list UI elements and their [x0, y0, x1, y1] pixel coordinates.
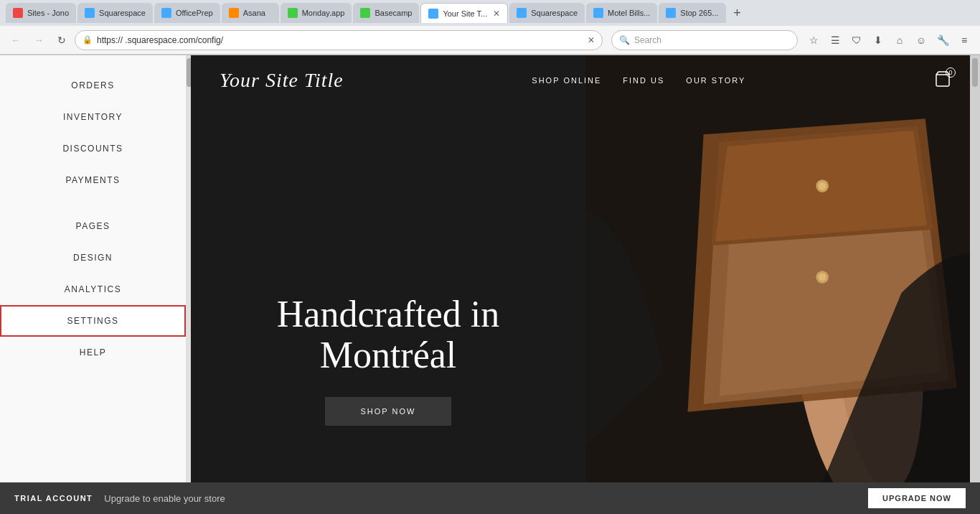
- tab-10[interactable]: Stop 265...: [659, 3, 725, 23]
- tab-favicon-2: [85, 8, 95, 18]
- tab-favicon-10: [666, 8, 676, 18]
- new-tab-button[interactable]: +: [727, 3, 748, 23]
- sidebar-item-pages[interactable]: PAGES: [0, 210, 186, 242]
- sidebar-item-analytics[interactable]: ANALYTICS: [0, 274, 186, 305]
- tab-3[interactable]: OfficePrep: [154, 3, 220, 23]
- sidebar-section-commerce: ORDERS INVENTORY DISCOUNTS PAYMENTS: [0, 70, 186, 196]
- site-title: Your Site Title: [220, 69, 344, 92]
- menu-icon[interactable]: ≡: [954, 30, 974, 50]
- search-icon: 🔍: [619, 35, 630, 45]
- tab-label-9: Motel Bills...: [608, 9, 650, 17]
- sidebar-item-inventory[interactable]: INVENTORY: [0, 101, 186, 133]
- cart-icon[interactable]: 0: [934, 70, 951, 91]
- sidebar-item-discounts[interactable]: DISCOUNTS: [0, 133, 186, 164]
- tab-4[interactable]: Asana: [222, 3, 279, 23]
- cart-badge: 0: [946, 67, 956, 78]
- forward-button[interactable]: →: [29, 30, 49, 50]
- nav-bar: ← → ↻ 🔒 https:// .squarespace.com/config…: [0, 26, 980, 55]
- site-header: Your Site Title SHOP ONLINE FIND US OUR …: [191, 55, 980, 106]
- tab-favicon-7: [428, 9, 438, 19]
- svg-point-6: [819, 274, 826, 281]
- lock-icon: 🔒: [83, 35, 93, 45]
- bag-container: [585, 55, 980, 483]
- site-preview: Your Site Title SHOP ONLINE FIND US OUR …: [191, 55, 980, 483]
- hero-line2: Montréal: [320, 335, 457, 375]
- trial-description: Upgrade to enable your store: [104, 493, 225, 504]
- tab-bar: Sites - Jono Squarespace OfficePrep Asan…: [0, 0, 980, 26]
- sidebar: ORDERS INVENTORY DISCOUNTS PAYMENTS PAGE…: [0, 55, 187, 483]
- tab-7-active[interactable]: Your Site T... ✕: [420, 3, 508, 23]
- tab-2[interactable]: Squarespace: [77, 3, 153, 23]
- tab-label-10: Stop 265...: [680, 9, 718, 17]
- hero-headline: Handcrafted in Montréal: [263, 294, 514, 375]
- tab-favicon-5: [288, 8, 298, 18]
- tab-favicon-4: [229, 8, 239, 18]
- nav-shop-online[interactable]: SHOP ONLINE: [532, 76, 601, 85]
- tab-favicon-9: [593, 8, 603, 18]
- trial-label: TRIAL ACCOUNT: [14, 494, 93, 503]
- tab-5[interactable]: Monday.app: [281, 3, 352, 23]
- address-refresh-icon: ✕: [588, 35, 595, 45]
- tab-6[interactable]: Basecamp: [353, 3, 419, 23]
- back-button[interactable]: ←: [6, 30, 26, 50]
- tab-label-7: Your Site T...: [443, 9, 487, 18]
- bookmark-icon[interactable]: ☆: [804, 30, 824, 50]
- shop-now-button[interactable]: SHOP NOW: [325, 397, 452, 426]
- tab-close-7[interactable]: ✕: [493, 9, 500, 19]
- tab-label-1: Sites - Jono: [27, 9, 69, 17]
- tab-label-6: Basecamp: [374, 9, 412, 17]
- hero-content: Handcrafted in Montréal SHOP NOW: [191, 294, 585, 426]
- sidebar-item-help[interactable]: HELP: [0, 337, 186, 368]
- site-nav: SHOP ONLINE FIND US OUR STORY: [532, 76, 745, 85]
- sidebar-item-design[interactable]: DESIGN: [0, 242, 186, 274]
- emoji-icon[interactable]: ☺: [911, 30, 931, 50]
- main-container: ORDERS INVENTORY DISCOUNTS PAYMENTS PAGE…: [0, 55, 980, 483]
- download-icon[interactable]: ⬇: [868, 30, 888, 50]
- svg-point-4: [819, 182, 826, 190]
- tab-label-3: OfficePrep: [176, 9, 213, 17]
- search-bar[interactable]: 🔍 Search: [611, 30, 798, 50]
- sidebar-section-site: PAGES DESIGN ANALYTICS SETTINGS HELP: [0, 210, 186, 368]
- nav-icons: ☆ ☰ 🛡 ⬇ ⌂ ☺ 🔧 ≡: [804, 30, 974, 50]
- tab-9[interactable]: Motel Bills...: [586, 3, 657, 23]
- sidebar-item-orders[interactable]: ORDERS: [0, 70, 186, 101]
- tab-favicon-3: [161, 8, 171, 18]
- refresh-button[interactable]: ↻: [52, 30, 72, 50]
- nav-find-us[interactable]: FIND US: [623, 76, 664, 85]
- tab-label-4: Asana: [243, 9, 265, 17]
- tab-favicon-1: [13, 8, 23, 18]
- tab-label-8: Squarespace: [531, 9, 578, 17]
- tab-favicon-8: [517, 8, 527, 18]
- preview-scrollbar[interactable]: [970, 55, 980, 483]
- tab-favicon-6: [360, 8, 370, 18]
- hero-line1: Handcrafted in: [277, 294, 499, 335]
- shield-icon[interactable]: 🛡: [847, 30, 867, 50]
- tab-label-5: Monday.app: [302, 9, 345, 17]
- address-bar[interactable]: 🔒 https:// .squarespace.com/config/ ✕: [75, 30, 603, 50]
- bottom-bar: TRIAL ACCOUNT Upgrade to enable your sto…: [0, 482, 980, 514]
- search-placeholder: Search: [634, 35, 661, 45]
- tab-8[interactable]: Squarespace: [509, 3, 585, 23]
- tab-1[interactable]: Sites - Jono: [6, 3, 76, 23]
- home-icon[interactable]: ⌂: [890, 30, 910, 50]
- nav-our-story[interactable]: OUR STORY: [686, 76, 745, 85]
- preview-area: Your Site Title SHOP ONLINE FIND US OUR …: [191, 55, 980, 483]
- extensions-icon[interactable]: 🔧: [933, 30, 953, 50]
- sidebar-item-settings[interactable]: SETTINGS: [0, 305, 186, 337]
- sidebar-item-payments[interactable]: PAYMENTS: [0, 164, 186, 196]
- address-text: https:// .squarespace.com/config/: [97, 35, 583, 45]
- browser-chrome: Sites - Jono Squarespace OfficePrep Asan…: [0, 0, 980, 55]
- reader-icon[interactable]: ☰: [825, 30, 845, 50]
- tab-label-2: Squarespace: [99, 9, 146, 17]
- upgrade-button[interactable]: UPGRADE NOW: [868, 488, 966, 508]
